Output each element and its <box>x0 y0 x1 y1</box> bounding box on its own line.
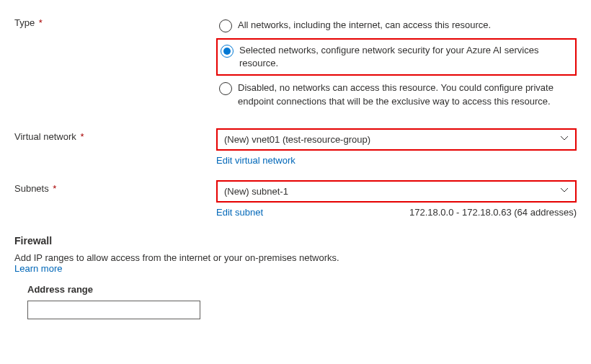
radio-icon <box>219 82 232 95</box>
address-range-header: Address range <box>27 284 577 295</box>
radio-all-networks[interactable]: All networks, including the internet, ca… <box>216 14 577 37</box>
chevron-down-icon <box>560 134 569 145</box>
subnets-dropdown[interactable]: (New) subnet-1 <box>218 182 575 201</box>
radio-disabled-networks[interactable]: Disabled, no networks can access this re… <box>216 77 577 112</box>
required-marker: * <box>39 17 43 28</box>
radio-disabled-label: Disabled, no networks can access this re… <box>238 81 574 107</box>
type-label: Type <box>14 17 35 28</box>
radio-all-label: All networks, including the internet, ca… <box>238 19 491 32</box>
required-marker: * <box>53 183 56 194</box>
radio-icon <box>219 19 232 32</box>
subnet-ip-range: 172.18.0.0 - 172.18.0.63 (64 addresses) <box>409 207 577 218</box>
virtual-network-value: (New) vnet01 (test-resource-group) <box>224 134 370 145</box>
subnets-label: Subnets <box>14 183 49 194</box>
chevron-down-icon <box>560 186 569 197</box>
firewall-learn-more-link[interactable]: Learn more <box>14 263 62 274</box>
radio-selected-label: Selected networks, configure network sec… <box>239 44 572 70</box>
required-marker: * <box>80 131 84 142</box>
subnets-value: (New) subnet-1 <box>224 186 288 197</box>
firewall-description: Add IP ranges to allow access from the i… <box>14 252 577 263</box>
edit-subnet-link[interactable]: Edit subnet <box>216 207 263 218</box>
virtual-network-dropdown[interactable]: (New) vnet01 (test-resource-group) <box>218 130 575 149</box>
virtual-network-label: Virtual network <box>14 131 76 142</box>
radio-selected-networks[interactable]: Selected networks, configure network sec… <box>216 38 577 76</box>
radio-icon-selected <box>221 45 234 58</box>
firewall-header: Firewall <box>14 235 577 247</box>
edit-virtual-network-link[interactable]: Edit virtual network <box>216 155 296 166</box>
address-range-input[interactable] <box>27 301 200 319</box>
